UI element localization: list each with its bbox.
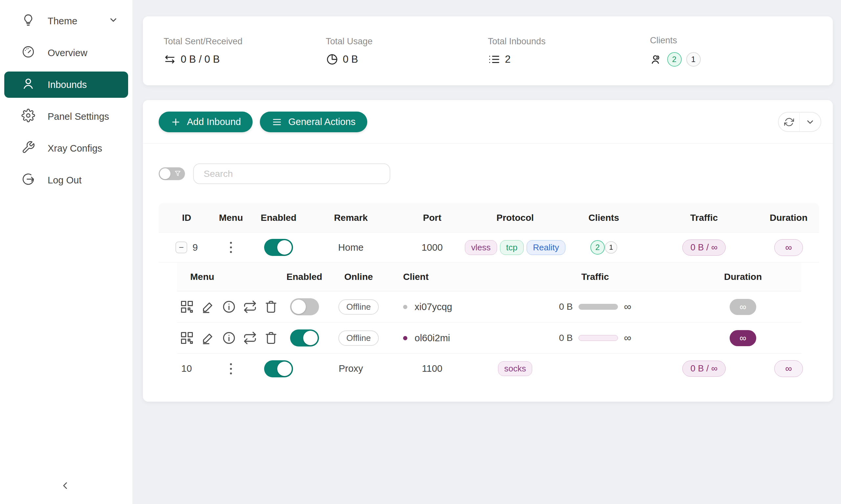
general-actions-button[interactable]: General Actions: [260, 111, 367, 132]
client-enabled-toggle[interactable]: [290, 298, 319, 315]
bulb-icon: [21, 13, 35, 29]
main-content: Total Sent/Received 0 B / 0 B Total Usag…: [132, 0, 841, 504]
filter-toggle[interactable]: [159, 167, 185, 180]
clients-subtable-header: Menu Enabled Online Client Traffic Durat…: [177, 263, 801, 291]
refresh-icon: [784, 117, 794, 127]
row-duration-pill: ∞: [774, 239, 803, 256]
sidebar-item-label: Overview: [48, 48, 87, 58]
sidebar-item-label: Theme: [48, 16, 77, 26]
qr-code-icon[interactable]: [180, 331, 194, 345]
stat-label: Total Sent/Received: [164, 36, 326, 47]
stat-clients: Clients 2 1: [650, 35, 812, 67]
row-traffic-pill: 0 B / ∞: [682, 239, 726, 256]
stat-value: 0 B / 0 B: [181, 53, 220, 65]
table-header: ID Menu Enabled Remark Port Protocol Cli…: [159, 203, 819, 233]
inbounds-toolbar: Add Inbound General Actions: [143, 100, 833, 144]
plus-icon: [171, 117, 181, 127]
header-clients: Clients: [558, 213, 650, 223]
list-icon: [488, 53, 500, 66]
search-input[interactable]: [193, 163, 390, 184]
trash-icon[interactable]: [264, 331, 278, 345]
inbounds-table: ID Menu Enabled Remark Port Protocol Cli…: [159, 203, 819, 383]
sidebar-item-inbounds[interactable]: Inbounds: [4, 72, 128, 98]
inbound-enabled-toggle[interactable]: [264, 239, 293, 256]
sidebar-item-label: Xray Configs: [48, 143, 102, 154]
logout-icon: [21, 172, 35, 188]
add-inbound-label: Add Inbound: [187, 116, 241, 127]
sidebar-item-logout[interactable]: Log Out: [4, 167, 128, 193]
row-menu-button[interactable]: [227, 239, 235, 256]
reset-traffic-icon[interactable]: [243, 300, 257, 314]
client-header-enabled: Enabled: [286, 272, 323, 282]
row-port: 1100: [392, 363, 473, 374]
client-name: ol60i2mi: [415, 333, 450, 344]
sidebar-item-label: Panel Settings: [48, 111, 109, 122]
sidebar-item-theme[interactable]: Theme: [4, 8, 128, 34]
stat-label: Clients: [650, 35, 812, 46]
client-header-menu: Menu: [177, 272, 286, 282]
sidebar-collapse-button[interactable]: [56, 476, 75, 495]
refresh-split-button: [778, 112, 821, 132]
gauge-icon: [21, 45, 35, 61]
reset-traffic-icon[interactable]: [243, 331, 257, 345]
stat-total-usage: Total Usage 0 B: [326, 36, 488, 66]
edit-icon[interactable]: [201, 331, 215, 345]
stat-sent-received: Total Sent/Received 0 B / 0 B: [164, 36, 326, 66]
client-status-dot: [403, 336, 407, 340]
app-root: Theme Overview Inbounds: [0, 0, 841, 504]
header-remark: Remark: [310, 213, 392, 223]
row-id: 10: [159, 363, 214, 374]
pie-chart-icon: [326, 53, 338, 66]
menu-lines-icon: [272, 117, 282, 127]
header-enabled: Enabled: [247, 213, 310, 223]
client-status-badge: Offline: [338, 330, 379, 346]
qr-code-icon[interactable]: [180, 300, 194, 314]
sidebar-item-xray-configs[interactable]: Xray Configs: [4, 135, 128, 161]
row-clients-online-badge: 2: [590, 240, 605, 255]
stat-value: 2: [505, 53, 511, 65]
refresh-button[interactable]: [778, 112, 800, 132]
general-actions-label: General Actions: [288, 116, 356, 127]
protocol-tag: socks: [498, 361, 532, 376]
gear-icon: [21, 109, 35, 125]
edit-icon[interactable]: [201, 300, 215, 314]
client-header-client: Client: [394, 272, 505, 282]
client-row: Offline xi07ycqg 0 B ∞ ∞: [177, 291, 801, 323]
funnel-icon: [174, 170, 181, 177]
protocol-tag: tcp: [500, 240, 524, 255]
row-menu-button[interactable]: [227, 361, 235, 377]
client-header-duration: Duration: [685, 272, 801, 282]
header-id: ID: [159, 213, 214, 223]
row-remark: Proxy: [310, 363, 392, 374]
refresh-options-button[interactable]: [800, 112, 821, 132]
clients-total-badge: 1: [686, 52, 701, 67]
client-status-badge: Offline: [338, 299, 379, 315]
add-inbound-button[interactable]: Add Inbound: [159, 111, 253, 132]
search-row: [143, 144, 833, 184]
info-icon[interactable]: [222, 331, 236, 345]
collapse-row-button[interactable]: −: [175, 241, 187, 253]
person-icon: [21, 77, 35, 93]
client-duration-pill: ∞: [730, 330, 756, 346]
client-enabled-toggle[interactable]: [290, 329, 319, 346]
row-clients-other-badge: 1: [605, 241, 617, 254]
info-icon[interactable]: [222, 300, 236, 314]
header-protocol: Protocol: [473, 213, 558, 223]
client-row: Offline ol60i2mi 0 B ∞ ∞: [177, 323, 801, 354]
sidebar: Theme Overview Inbounds: [0, 0, 132, 504]
sidebar-item-overview[interactable]: Overview: [4, 40, 128, 66]
table-row: − 9 Home 1000 vless tcp Reality: [159, 233, 819, 263]
table-row: 10 Proxy 1100 socks 0 B / ∞: [159, 354, 819, 383]
client-traffic-limit: ∞: [624, 332, 631, 344]
client-header-traffic: Traffic: [505, 272, 685, 282]
protocol-tag: vless: [465, 240, 497, 255]
stat-label: Total Usage: [326, 36, 488, 47]
inbound-enabled-toggle[interactable]: [264, 360, 293, 377]
wrench-icon: [21, 141, 35, 157]
trash-icon[interactable]: [264, 300, 278, 314]
row-id: 9: [192, 242, 198, 253]
client-traffic-value: 0 B: [559, 302, 572, 312]
row-traffic-pill: 0 B / ∞: [682, 361, 726, 377]
sidebar-item-panel-settings[interactable]: Panel Settings: [4, 103, 128, 130]
client-traffic-bar: [579, 304, 618, 310]
